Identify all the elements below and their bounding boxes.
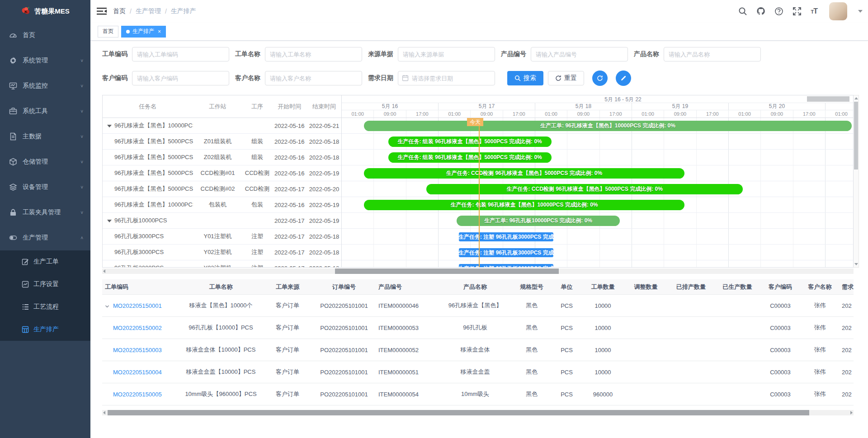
- work-order-table: 工单编码工单名称工单来源订单编号产品编号产品名称规格型号单位工单数量调整数量已排…: [102, 279, 854, 405]
- font-size-icon[interactable]: TT: [811, 7, 817, 15]
- close-icon[interactable]: ×: [158, 28, 161, 35]
- timeline-scrollbar-thumb[interactable]: [807, 96, 849, 102]
- search-icon[interactable]: [738, 7, 747, 16]
- table-cell: PCS: [552, 383, 581, 405]
- sidebar-item-2[interactable]: 系统监控˅: [0, 73, 90, 99]
- submenu-item-1[interactable]: 工序设置: [0, 273, 90, 296]
- gantt-task-row-7[interactable]: 96孔孔板3000PCSY01注塑机注塑2022-05-172022-05-18: [103, 229, 341, 245]
- work-order-link[interactable]: MO202205150002: [113, 325, 162, 331]
- work-order-link[interactable]: MO202205150003: [113, 347, 162, 353]
- gantt-task-row-9[interactable]: 96孔孔板3000PCSY03注塑机注塑2022-05-172022-05-18: [103, 260, 341, 267]
- filter-input-1-4[interactable]: [664, 47, 761, 61]
- task-end-date: 2022-05-19: [307, 202, 341, 208]
- github-icon[interactable]: [756, 7, 765, 16]
- table-cell: 10000: [581, 317, 624, 339]
- table-row-1[interactable]: MO20220515000296孔孔板【10000】PCS客户订单PO20220…: [102, 317, 854, 339]
- gantt-task-row-6[interactable]: 96孔孔板10000PCS2022-05-172022-05-19: [103, 213, 341, 229]
- table-row-2[interactable]: MO202205150003移液盒盒体【10000】PCS客户订单PO20220…: [102, 339, 854, 361]
- filter-field-客户名称: 客户名称: [235, 71, 362, 85]
- work-order-link[interactable]: MO202205150001: [113, 302, 162, 309]
- filter-input-2-0[interactable]: [132, 71, 229, 85]
- work-order-link[interactable]: MO202205150004: [113, 369, 162, 376]
- filter-input-1-3[interactable]: [531, 47, 628, 61]
- sidebar-fold-icon[interactable]: [97, 7, 107, 15]
- table-cell: [667, 295, 715, 316]
- gantt-vertical-scrollbar[interactable]: [854, 95, 859, 268]
- breadcrumb-production[interactable]: 生产管理: [136, 7, 161, 15]
- breadcrumb-home[interactable]: 首页: [113, 7, 126, 15]
- chevron-expand-icon[interactable]: [105, 303, 109, 308]
- gantt-task-row-3[interactable]: 96孔移液盒【黑色】5000PCSCCD检测#01CCD检测2022-05-16…: [103, 165, 341, 181]
- scroll-thumb[interactable]: [335, 268, 559, 274]
- scroll-thumb[interactable]: [108, 410, 809, 415]
- table-cell: 96孔孔板【10000】PCS: [179, 317, 263, 339]
- table-horizontal-scrollbar[interactable]: [102, 410, 854, 415]
- sidebar-item-1[interactable]: 系统管理˅: [0, 48, 90, 73]
- submenu-item-3[interactable]: 生产排产: [0, 318, 90, 341]
- scroll-left-icon[interactable]: [103, 411, 105, 414]
- scroll-down-icon[interactable]: [854, 263, 858, 265]
- gantt-task-row-5[interactable]: 96孔移液盒【黑色】10000PCS包装机包装2022-05-162022-05…: [103, 197, 341, 213]
- gantt-week-label: 5月 16 - 5月 22: [604, 96, 641, 104]
- gantt-bar-9[interactable]: 生产任务: 注塑 96孔孔板3000PCS 完成: [459, 264, 554, 267]
- sidebar-item-3[interactable]: 系统工具˅: [0, 99, 90, 124]
- gantt-task-row-1[interactable]: 96孔移液盒【黑色】5000PCSZ01组装机组装2022-05-162022-…: [103, 134, 341, 150]
- scroll-left-icon[interactable]: [103, 269, 105, 273]
- day-header-0: 5月 16: [342, 103, 439, 110]
- task-process: 注塑: [242, 248, 272, 256]
- sidebar-item-5[interactable]: 仓储管理˅: [0, 149, 90, 174]
- gantt-bar-1[interactable]: 生产任务: 组装 96孔移液盒【黑色】5000PCS 完成比例: 0%: [388, 137, 552, 147]
- work-order-link[interactable]: MO202205150005: [113, 391, 162, 398]
- tab-home[interactable]: 首页: [98, 26, 118, 38]
- gantt-task-row-0[interactable]: 96孔移液盒【黑色】10000PCS2022-05-162022-05-21: [103, 118, 341, 134]
- edit-schedule-button[interactable]: [616, 71, 631, 86]
- chevron-down-icon: ˅: [80, 134, 83, 139]
- demand-date-input[interactable]: [398, 71, 495, 85]
- filter-input-1-0[interactable]: [132, 47, 229, 61]
- table-row-4[interactable]: MO20220515000510mm吸头【960000】PCS客户订单PO202…: [102, 383, 854, 405]
- table-cell: PCS: [552, 361, 581, 383]
- refresh-schedule-button[interactable]: [592, 71, 608, 86]
- submenu-item-2[interactable]: 工艺流程: [0, 296, 90, 318]
- submenu-item-0[interactable]: 生产工单: [0, 250, 90, 273]
- scroll-right-icon[interactable]: [850, 411, 853, 414]
- table-row-3[interactable]: MO202205150004移液盒盒盖【10000】PCS客户订单PO20220…: [102, 361, 854, 383]
- gantt-bar-2[interactable]: 生产任务: 组装 96孔移液盒【黑色】5000PCS 完成比例: 0%: [388, 152, 552, 163]
- filter-input-1-1[interactable]: [265, 47, 362, 61]
- avatar[interactable]: [829, 2, 847, 20]
- gantt-bar-0[interactable]: 生产工单: 96孔移液盒【黑色】10000PCS 完成比例: 0%: [364, 121, 852, 131]
- gantt-bar-3[interactable]: 生产任务: CCD检测 96孔移液盒【黑色】5000PCS 完成比例: 0%: [364, 168, 684, 179]
- reset-button[interactable]: 重置: [548, 71, 584, 85]
- scroll-thumb[interactable]: [854, 102, 858, 170]
- search-button[interactable]: 搜索: [507, 71, 543, 85]
- sidebar-item-7[interactable]: 工装夹具管理˅: [0, 200, 90, 225]
- gantt-task-row-4[interactable]: 96孔移液盒【黑色】5000PCSCCD检测#02CCD检测2022-05-17…: [103, 181, 341, 197]
- gantt-bar-4[interactable]: 生产任务: CCD检测 96孔移液盒【黑色】5000PCS 完成比例: 0%: [426, 184, 743, 194]
- chevron-down-icon[interactable]: [858, 10, 863, 13]
- fullscreen-icon[interactable]: [793, 7, 802, 16]
- collapse-triangle-icon[interactable]: [107, 220, 112, 222]
- gantt-bar-7[interactable]: 生产任务: 注塑 96孔孔板3000PCS 完成: [459, 232, 554, 241]
- scroll-up-icon[interactable]: [854, 97, 858, 99]
- sidebar-item-8[interactable]: 生产管理˄: [0, 225, 90, 250]
- gantt-bar-6[interactable]: 生产工单: 96孔孔板10000PCS 完成比例: 0%: [457, 216, 620, 226]
- filter-input-2-1[interactable]: [265, 71, 362, 85]
- gantt-task-row-2[interactable]: 96孔移液盒【黑色】5000PCSZ02组装机组装2022-05-162022-…: [103, 150, 341, 165]
- table-cell: 客户订单: [263, 317, 312, 339]
- table-row-0[interactable]: MO202205150001移液盒【黑色】10000个客户订单PO2022051…: [102, 295, 854, 317]
- table-cell: ITEM00000046: [376, 295, 439, 316]
- help-icon[interactable]: [774, 7, 783, 16]
- sidebar-item-0[interactable]: 首页: [0, 23, 90, 48]
- sidebar-item-6[interactable]: 设备管理˅: [0, 174, 90, 200]
- hour-header: 09:00: [761, 110, 793, 118]
- filter-input-1-2[interactable]: [398, 47, 495, 61]
- tab-scheduling[interactable]: 生产排产 ×: [121, 26, 166, 38]
- sidebar-item-4[interactable]: 主数据˅: [0, 124, 90, 149]
- gantt-task-row-8[interactable]: 96孔孔板3000PCSY02注塑机注塑2022-05-172022-05-18: [103, 245, 341, 260]
- main-area: 首页 / 生产管理 / 生产排产: [90, 0, 868, 438]
- gantt-column-header-1: 工作站: [193, 103, 243, 111]
- gantt-bar-5[interactable]: 生产任务: 包装 96孔移液盒【黑色】10000PCS 完成比例: 0%: [364, 200, 684, 210]
- collapse-triangle-icon[interactable]: [107, 125, 112, 127]
- gantt-bar-8[interactable]: 生产任务: 注塑 96孔孔板3000PCS 完成: [459, 248, 554, 257]
- gantt-horizontal-scrollbar[interactable]: [102, 268, 854, 274]
